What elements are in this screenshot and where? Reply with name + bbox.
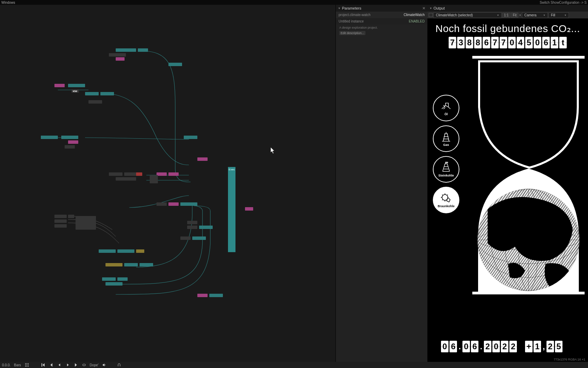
graph-node[interactable] xyxy=(109,53,126,57)
graph-node[interactable] xyxy=(68,140,78,144)
date-digit: 0 xyxy=(462,341,470,352)
graph-node[interactable] xyxy=(124,263,138,266)
collapse-icon[interactable]: ▼ xyxy=(338,7,341,10)
date-digit: . xyxy=(458,341,461,352)
menu-windows[interactable]: Windows xyxy=(0,1,15,4)
output-header[interactable]: ▼ Output xyxy=(427,5,588,12)
timeline-mode[interactable]: Bars xyxy=(14,363,21,367)
graph-node[interactable] xyxy=(109,172,122,176)
output-title: Output xyxy=(434,6,445,10)
date-digit: . xyxy=(479,341,483,352)
output-toolbar: ClimateWatch (selected)▼ 1:1 Fit ▼ Camer… xyxy=(427,12,588,18)
step-back-icon[interactable] xyxy=(49,363,54,367)
graph-node[interactable] xyxy=(54,224,67,228)
graph-node[interactable] xyxy=(124,172,138,176)
graph-wires xyxy=(0,5,336,362)
graph-node[interactable] xyxy=(180,202,197,206)
parameters-header[interactable]: ▼ Parameters ✕ xyxy=(336,5,427,12)
graph-node[interactable] xyxy=(117,277,128,281)
zoom-1-1-button[interactable]: 1:1 xyxy=(502,13,510,18)
step-forward-icon[interactable] xyxy=(74,363,78,367)
close-icon[interactable]: ✕ xyxy=(422,6,425,11)
graph-node[interactable] xyxy=(54,219,67,223)
graph-node[interactable] xyxy=(54,84,65,87)
graph-node[interactable] xyxy=(168,63,182,66)
graph-node[interactable] xyxy=(197,157,208,161)
graph-node[interactable] xyxy=(197,294,208,297)
timeline-position: 0.0.0. xyxy=(2,363,11,367)
graph-node[interactable] xyxy=(41,136,58,139)
graph-node[interactable] xyxy=(136,249,144,253)
graph-node[interactable] xyxy=(68,215,74,218)
svg-rect-6 xyxy=(472,292,585,294)
graph-node[interactable] xyxy=(116,57,125,61)
counter-digit: 0 xyxy=(534,37,541,48)
graph-node[interactable] xyxy=(85,92,99,95)
graph-node[interactable] xyxy=(136,172,142,176)
graph-node[interactable] xyxy=(187,221,197,224)
graph-node[interactable] xyxy=(157,172,167,176)
enabled-badge[interactable]: ENABLED xyxy=(409,19,425,23)
counter-digit: 5 xyxy=(525,37,533,48)
skip-start-icon[interactable] xyxy=(41,363,46,367)
edit-description-button[interactable]: Edit description... xyxy=(339,31,365,35)
date-display: 06.06.2022 +1,25 xyxy=(441,341,562,352)
graph-node[interactable] xyxy=(54,215,67,218)
graph-node[interactable] xyxy=(105,263,122,266)
svg-rect-28 xyxy=(25,366,26,367)
graph-node[interactable] xyxy=(187,226,197,229)
loop-icon[interactable] xyxy=(82,363,86,367)
zoom-fit-button[interactable]: Fit xyxy=(511,13,518,18)
timeline-bar[interactable]: 0.0.0. Bars Dope' xyxy=(0,362,588,368)
graph-node[interactable] xyxy=(88,100,102,104)
graph-node[interactable] xyxy=(209,294,223,297)
graph-node[interactable]: kSd xyxy=(71,89,79,93)
render-viewport[interactable]: Noch fossil gebundenes CO₂... 7388677045… xyxy=(427,18,588,362)
delta-digit: 2 xyxy=(546,341,554,352)
graph-node[interactable] xyxy=(199,226,213,229)
graph-node[interactable] xyxy=(245,207,253,211)
play-back-icon[interactable] xyxy=(57,363,62,367)
graph-node[interactable] xyxy=(150,175,158,183)
graph-node[interactable] xyxy=(116,177,136,181)
config-switch-label[interactable]: Switch ShowConfiguration -> S xyxy=(540,1,588,4)
fill-dropdown[interactable]: Fill▼ xyxy=(549,12,569,18)
graph-node[interactable] xyxy=(100,92,114,95)
graph-node[interactable] xyxy=(61,136,78,139)
camera-dropdown[interactable]: Camera▼ xyxy=(522,12,548,18)
collapse-icon[interactable]: ▼ xyxy=(429,7,432,10)
graph-node[interactable] xyxy=(168,202,179,206)
graph-node[interactable] xyxy=(184,136,197,139)
exec-node[interactable]: Exec xyxy=(228,167,235,252)
snap-icon[interactable] xyxy=(117,363,121,367)
graph-node[interactable] xyxy=(180,236,191,240)
graph-node[interactable] xyxy=(102,277,116,281)
dropdown-icon[interactable]: ▼ xyxy=(519,14,521,16)
graph-node[interactable] xyxy=(105,282,122,286)
graph-node[interactable] xyxy=(138,48,148,52)
audio-icon[interactable] xyxy=(102,363,107,367)
output-source-dropdown[interactable]: ClimateWatch (selected)▼ xyxy=(434,12,502,18)
graph-node[interactable] xyxy=(65,145,75,149)
graph-node[interactable] xyxy=(116,48,136,52)
counter-digit: t xyxy=(559,37,567,48)
output-checkbox[interactable] xyxy=(429,13,433,17)
node-graph-canvas[interactable]: kSd Exec xyxy=(0,5,336,362)
fuel-lignite-icon: Braunkohle xyxy=(433,187,459,213)
date-digit: 6 xyxy=(450,341,457,352)
play-icon[interactable] xyxy=(65,363,70,367)
graph-node[interactable] xyxy=(168,172,179,176)
graph-node[interactable] xyxy=(76,216,96,230)
instance-name[interactable]: Untitled instance xyxy=(339,19,364,23)
graph-node[interactable] xyxy=(140,263,153,266)
graph-node[interactable] xyxy=(68,84,85,87)
delta-digit: + xyxy=(525,341,533,352)
graph-node[interactable] xyxy=(157,202,167,206)
grid-icon[interactable] xyxy=(24,363,29,367)
graph-node[interactable] xyxy=(192,236,206,240)
fuel-label: Steinkohle xyxy=(438,174,454,177)
counter-digit: 7 xyxy=(500,37,507,48)
graph-node[interactable] xyxy=(117,249,134,253)
graph-node[interactable] xyxy=(99,249,116,253)
dope-label[interactable]: Dope' xyxy=(90,363,99,367)
